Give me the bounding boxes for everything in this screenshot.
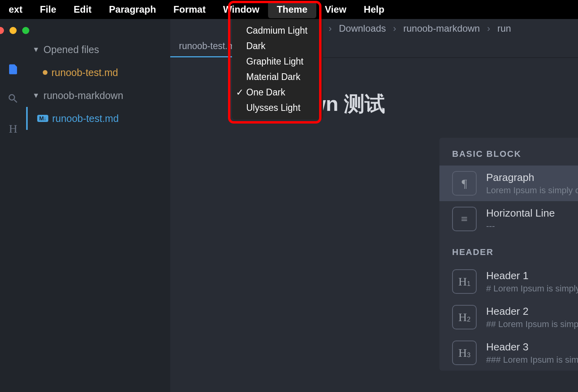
block-item-title: Header 3 [486,341,578,353]
menu-view[interactable]: View [316,1,355,18]
block-item-h2[interactable]: H2 Header 2 ## Lorem Ipsum is simply ...… [439,299,578,335]
block-item-hr[interactable]: ≡ Horizontal Line --- ⌥+⌘+- [439,201,578,237]
block-item-title: Header 2 [486,305,578,318]
chevron-down-icon: ▼ [32,46,40,54]
menu-file[interactable]: File [31,1,65,18]
block-item-subtitle: ## Lorem Ipsum is simply ... [486,319,578,329]
block-item-title: Horizontal Line [486,207,578,219]
breadcrumb-part[interactable]: run [497,23,511,34]
opened-files-label: Opened files [44,44,99,55]
menu-help[interactable]: Help [355,1,393,18]
folder-header[interactable]: ▼ runoob-markdown [26,84,170,107]
tabbar: runoob-test.md [170,38,578,58]
menu-text[interactable]: ext [0,1,31,18]
markdown-badge-icon: M↓ [37,115,48,122]
block-item-title: Header 1 [486,270,578,282]
minimize-icon[interactable] [10,27,17,34]
h1-icon: H1 [452,269,477,294]
chevron-down-icon: ▼ [32,91,40,100]
heading-icon[interactable]: H [9,122,17,135]
search-icon[interactable] [7,93,19,105]
menu-format[interactable]: Format [165,1,214,18]
section-title-header: HEADER [439,237,578,264]
block-item-subtitle: Lorem Ipsum is simply dummy text [486,185,578,196]
theme-item-dark[interactable]: Dark [232,38,323,54]
block-item-subtitle: ### Lorem Ipsum is simply [486,355,578,365]
block-item-h3[interactable]: H3 Header 3 ### Lorem Ipsum is simply ⌘+… [439,335,578,371]
close-icon[interactable] [0,27,4,34]
check-icon: ✓ [236,87,243,98]
paragraph-icon: ¶ [452,171,477,196]
theme-dropdown: Cadmium Light Dark Graphite Light Materi… [232,19,323,120]
menu-theme[interactable]: Theme [268,1,316,18]
file-name: runoob-test.md [51,67,118,78]
traffic-lights [0,25,29,34]
chevron-right-icon: › [393,23,396,34]
breadcrumb-part[interactable]: runoob-markdown [403,23,480,34]
file-name: runoob-test.md [52,113,119,124]
document-body[interactable]: kdown 测试 [170,58,578,118]
block-item-subtitle: # Lorem Ipsum is simply ... [486,284,578,294]
files-icon[interactable] [7,63,19,75]
opened-files-header[interactable]: ▼ Opened files [26,38,170,61]
menu-window[interactable]: Window [214,1,268,18]
hr-icon: ≡ [452,207,477,231]
theme-item-one-dark[interactable]: ✓One Dark [232,85,323,100]
modified-dot-icon [43,70,48,75]
theme-item-ulysses-light[interactable]: Ulysses Light [232,100,323,116]
sidebar-tree: ▼ Opened files runoob-test.md ▼ runoob-m… [26,19,170,392]
h3-icon: H3 [452,341,477,365]
block-item-h1[interactable]: H1 Header 1 # Lorem Ipsum is simply ... … [439,264,578,299]
breadcrumb: › Downloads › runoob-markdown › run [170,19,578,38]
menubar: ext File Edit Paragraph Format Window Th… [0,0,578,19]
theme-item-cadmium-light[interactable]: Cadmium Light [232,23,323,38]
opened-file-item[interactable]: runoob-test.md [26,61,170,84]
section-title-basic: BASIC BLOCK [439,146,578,166]
block-insert-panel: BASIC BLOCK ¶ Paragraph Lorem Ipsum is s… [439,138,578,371]
sidebar-iconbar: H [0,19,26,392]
editor-area: › Downloads › runoob-markdown › run runo… [170,19,578,392]
theme-item-graphite-light[interactable]: Graphite Light [232,54,323,69]
menu-edit[interactable]: Edit [65,1,100,18]
block-item-title: Paragraph [486,171,578,184]
chevron-right-icon: › [487,23,490,34]
breadcrumb-part[interactable]: Downloads [339,23,386,34]
folder-name: runoob-markdown [44,90,124,101]
block-item-subtitle: --- [486,221,578,231]
folder-file-item[interactable]: M↓ runoob-test.md [26,107,170,130]
h2-icon: H2 [452,305,477,329]
block-item-paragraph[interactable]: ¶ Paragraph Lorem Ipsum is simply dummy … [439,166,578,201]
chevron-right-icon: › [329,23,332,34]
sidebar: H ▼ Opened files runoob-test.md ▼ runoob… [0,19,170,392]
theme-item-material-dark[interactable]: Material Dark [232,69,323,85]
menu-paragraph[interactable]: Paragraph [100,1,165,18]
